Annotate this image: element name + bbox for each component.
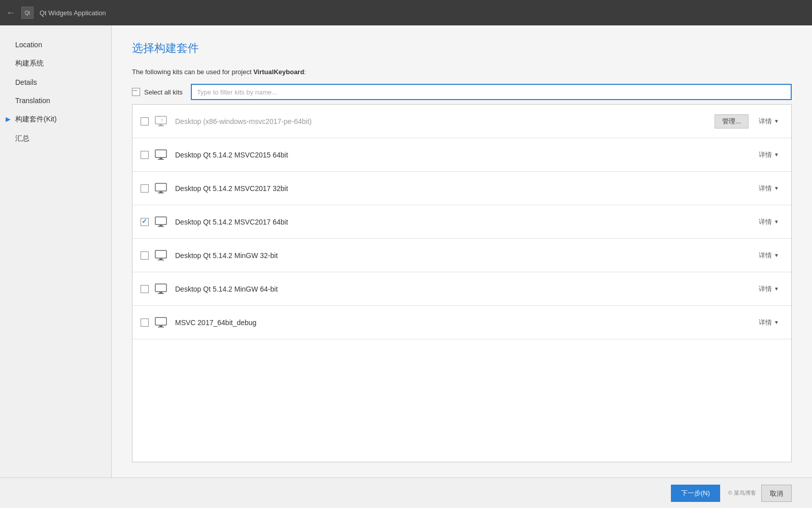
details-button-7[interactable]: 详情 ▼	[755, 316, 783, 329]
svg-rect-18	[158, 293, 164, 294]
kit-monitor-icon-5	[155, 250, 169, 261]
svg-rect-19	[155, 318, 166, 325]
select-all-text: Select all kits	[144, 88, 183, 96]
sidebar-item-label: 构建套件(Kit)	[15, 115, 57, 124]
next-button[interactable]: 下一步(N)	[671, 485, 720, 502]
select-all-label[interactable]: Select all kits	[132, 88, 183, 96]
kit-name-6: Desktop Qt 5.14.2 MinGW 64-bit	[175, 285, 749, 293]
kit-row: Desktop Qt 5.14.2 MinGW 32-bit 详情 ▼	[132, 239, 791, 272]
kit-row: ! Desktop (x86-windows-msvc2017-pe-64bit…	[132, 105, 791, 138]
select-all-checkbox[interactable]	[132, 88, 140, 96]
kit-name-5: Desktop Qt 5.14.2 MinGW 32-bit	[175, 251, 749, 260]
kit-name-1: Desktop (x86-windows-msvc2017-pe-64bit)	[175, 117, 708, 125]
svg-rect-15	[158, 260, 164, 261]
svg-rect-9	[158, 193, 164, 194]
svg-text:!: !	[161, 118, 163, 122]
svg-rect-20	[159, 326, 162, 327]
svg-rect-8	[159, 192, 162, 193]
details-button-6[interactable]: 详情 ▼	[755, 282, 783, 296]
kit-checkbox-5[interactable]	[141, 251, 149, 260]
svg-rect-12	[158, 226, 164, 227]
filter-row: Select all kits	[132, 84, 792, 100]
app-icon: Qt	[21, 7, 33, 19]
chevron-down-icon: ▼	[774, 320, 779, 325]
kit-checkbox-2[interactable]	[141, 151, 149, 159]
back-button[interactable]: ←	[6, 8, 15, 18]
main-container: ► Location ► 构建系统 ► Details ► Translatio…	[0, 25, 812, 478]
project-name: VirtualKeyboard	[253, 68, 304, 76]
svg-rect-17	[159, 292, 162, 293]
kit-name-4: Desktop Qt 5.14.2 MSVC2017 64bit	[175, 218, 749, 226]
content-area: 选择构建套件 The following kits can be used fo…	[112, 25, 812, 478]
subtitle: The following kits can be used for proje…	[132, 68, 792, 76]
kit-monitor-icon-3	[155, 183, 169, 194]
sidebar: ► Location ► 构建系统 ► Details ► Translatio…	[0, 25, 112, 478]
footer: 下一步(N) © 菜鸟博客 取消	[0, 478, 812, 508]
subtitle-prefix: The following kits can be used for proje…	[132, 68, 253, 76]
window-title: Qt Widgets Application	[40, 9, 106, 17]
sidebar-item-translation[interactable]: ► Translation	[0, 91, 111, 110]
subtitle-suffix: :	[304, 68, 306, 76]
details-button-4[interactable]: 详情 ▼	[755, 215, 783, 229]
sidebar-item-kit[interactable]: ► 构建套件(Kit)	[0, 110, 111, 129]
manage-button-1[interactable]: 管理...	[715, 114, 749, 129]
kit-checkbox-3[interactable]	[141, 184, 149, 193]
chevron-down-icon: ▼	[774, 252, 779, 258]
sidebar-item-label: 构建系统	[15, 59, 44, 68]
svg-rect-16	[155, 284, 166, 292]
watermark: © 菜鸟博客	[728, 489, 756, 497]
svg-rect-11	[159, 225, 162, 226]
kit-name-7: MSVC 2017_64bit_debug	[175, 319, 749, 327]
sidebar-item-label: 汇总	[15, 134, 29, 143]
arrow-indicator-active: ►	[4, 115, 12, 124]
chevron-down-icon: ▼	[774, 185, 779, 191]
chevron-down-icon: ▼	[774, 118, 779, 124]
kit-checkbox-1[interactable]	[141, 117, 149, 125]
sidebar-item-location[interactable]: ► Location	[0, 36, 111, 54]
filter-input[interactable]	[191, 84, 792, 100]
svg-rect-4	[155, 150, 166, 157]
chevron-down-icon: ▼	[774, 219, 779, 225]
kit-monitor-icon-2	[155, 149, 169, 161]
svg-rect-5	[159, 158, 162, 159]
kit-row: MSVC 2017_64bit_debug 详情 ▼	[132, 306, 791, 339]
svg-rect-7	[155, 183, 166, 191]
kit-row: Desktop Qt 5.14.2 MSVC2017 32bit 详情 ▼	[132, 172, 791, 205]
kit-monitor-icon-6	[155, 283, 169, 295]
titlebar: ← Qt Qt Widgets Application	[0, 0, 812, 25]
sidebar-item-build-system[interactable]: ► 构建系统	[0, 54, 111, 73]
kit-monitor-icon-4	[155, 216, 169, 228]
details-button-1[interactable]: 详情 ▼	[755, 115, 783, 128]
chevron-down-icon: ▼	[774, 152, 779, 157]
sidebar-item-summary[interactable]: ► 汇总	[0, 129, 111, 148]
svg-rect-1	[159, 124, 162, 125]
svg-rect-6	[158, 159, 164, 160]
svg-rect-10	[155, 217, 166, 225]
kit-checkbox-4[interactable]	[141, 218, 149, 226]
kit-name-3: Desktop Qt 5.14.2 MSVC2017 32bit	[175, 184, 749, 193]
cancel-button[interactable]: 取消	[761, 485, 792, 502]
sidebar-item-details[interactable]: ► Details	[0, 73, 111, 91]
details-button-3[interactable]: 详情 ▼	[755, 182, 783, 195]
sidebar-item-label: Translation	[15, 97, 50, 105]
chevron-down-icon: ▼	[774, 286, 779, 292]
kit-monitor-icon-7	[155, 317, 169, 328]
kit-checkbox-7[interactable]	[141, 319, 149, 327]
kit-row: Desktop Qt 5.14.2 MSVC2015 64bit 详情 ▼	[132, 138, 791, 172]
kit-row: Desktop Qt 5.14.2 MSVC2017 64bit 详情 ▼	[132, 205, 791, 239]
kit-monitor-icon-1: !	[155, 116, 169, 127]
details-button-2[interactable]: 详情 ▼	[755, 148, 783, 162]
kit-name-2: Desktop Qt 5.14.2 MSVC2015 64bit	[175, 151, 749, 159]
kit-list: ! Desktop (x86-windows-msvc2017-pe-64bit…	[132, 104, 792, 462]
svg-rect-14	[159, 259, 162, 260]
sidebar-item-label: Details	[15, 78, 37, 86]
details-button-5[interactable]: 详情 ▼	[755, 249, 783, 262]
kit-row: Desktop Qt 5.14.2 MinGW 64-bit 详情 ▼	[132, 272, 791, 306]
svg-rect-13	[155, 250, 166, 258]
svg-rect-21	[158, 327, 164, 328]
kit-checkbox-6[interactable]	[141, 285, 149, 293]
svg-rect-2	[158, 125, 164, 126]
sidebar-item-label: Location	[15, 41, 42, 49]
page-title: 选择构建套件	[132, 41, 792, 56]
